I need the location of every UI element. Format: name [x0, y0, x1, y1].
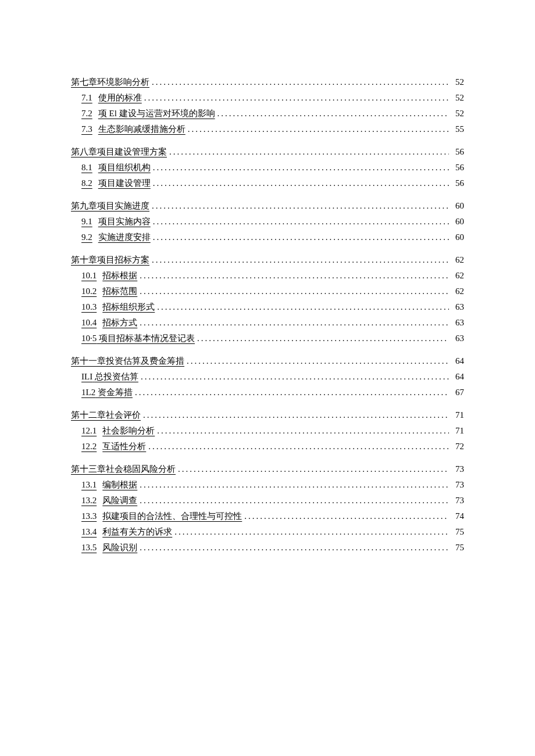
- toc-sub-title[interactable]: 风险调查: [102, 496, 137, 505]
- toc-chapter-label[interactable]: 第九章项目实施进度: [71, 202, 149, 210]
- toc-sub-title[interactable]: 利益有关方的诉求: [102, 528, 172, 536]
- toc-sub-row: 9.2实施进度安排60: [71, 233, 464, 242]
- toc-sub-title[interactable]: 招标组织形式: [102, 303, 155, 311]
- toc-sub-number[interactable]: 13.1: [81, 481, 97, 489]
- toc-page-number: 64: [449, 357, 464, 366]
- toc-group: 第十三章社会稳固风险分析7313.1编制根据7313.2风险调查7313.3拟建…: [71, 465, 464, 552]
- toc-page-number: 52: [449, 94, 464, 102]
- toc-sub-number[interactable]: 10.2: [81, 287, 97, 296]
- toc-chapter-label[interactable]: 第十三章社会稳固风险分析: [71, 465, 176, 474]
- toc-sub-number[interactable]: 7.3: [81, 125, 92, 134]
- toc-sub-row: 7.1使用的标准52: [71, 94, 464, 102]
- toc-group: 第七章环境影响分析527.1使用的标准527.2项 El 建设与运营对环境的影响…: [71, 78, 464, 134]
- toc-sub-number[interactable]: 10.1: [81, 271, 97, 280]
- toc-sub-number[interactable]: 13.4: [81, 528, 97, 536]
- toc-chapter-row: 第九章项目实施进度60: [71, 202, 464, 210]
- toc-sub-title[interactable]: 互适性分析: [102, 442, 146, 451]
- toc-sub-number[interactable]: 13.3: [81, 512, 97, 521]
- toc-sub-title[interactable]: 拟建项目的合法性、合理性与可控性: [102, 512, 242, 521]
- toc-page-number: 67: [449, 388, 464, 397]
- toc-chapter-row: 第七章环境影响分析52: [71, 78, 464, 87]
- toc-sub-label[interactable]: ILI 总投资估算: [81, 372, 138, 381]
- toc-leader-dots: [242, 512, 449, 521]
- toc-chapter-label[interactable]: 第十章项目招标方案: [71, 256, 149, 264]
- toc-sub-row: 10.4招标方式63: [71, 318, 464, 327]
- toc-sub-title[interactable]: 项目建设管理: [98, 179, 151, 188]
- toc-sub-number[interactable]: 10.4: [81, 318, 97, 327]
- toc-sub-title[interactable]: 项目组织机构: [98, 163, 151, 172]
- toc-sub-number[interactable]: 7.2: [81, 109, 92, 118]
- toc-chapter-row: 第十三章社会稳固风险分析73: [71, 465, 464, 474]
- toc-sub-title[interactable]: 招标方式: [102, 318, 137, 327]
- toc-chapter-row: 第八章项目建设管理方案56: [71, 148, 464, 156]
- toc-leader-dots: [151, 179, 449, 188]
- toc-page-number: 73: [449, 465, 464, 474]
- toc-sub-number[interactable]: 9.2: [81, 233, 92, 242]
- toc-page-number: 71: [449, 427, 464, 435]
- toc-sub-title[interactable]: 使用的标准: [98, 94, 142, 102]
- toc-sub-title[interactable]: 实施进度安排: [98, 233, 151, 242]
- toc-leader-dots: [151, 233, 449, 242]
- toc-leader-dots: [141, 411, 449, 420]
- toc-leader-dots: [184, 357, 449, 366]
- toc-chapter-label[interactable]: 第十一章投资估算及费金筹措: [71, 357, 184, 366]
- toc-sub-title[interactable]: 编制根据: [102, 481, 137, 489]
- toc-page-number: 55: [449, 125, 464, 134]
- toc-leader-dots: [167, 148, 449, 156]
- toc-page-number: 63: [449, 334, 464, 343]
- toc-sub-label[interactable]: 1L2 资金筹措: [81, 388, 133, 397]
- toc-leader-dots: [155, 427, 449, 435]
- toc-chapter-label[interactable]: 第十二章社会评价: [71, 411, 141, 420]
- toc-sub-number[interactable]: 13.2: [81, 496, 97, 505]
- toc-sub-title[interactable]: 项目实施内容: [98, 217, 151, 226]
- toc-page-number: 71: [449, 411, 464, 420]
- toc-leader-dots: [138, 372, 449, 381]
- toc-sub-label[interactable]: 10·5 项目招标基本情况登记表: [81, 334, 195, 343]
- toc-page: 第七章环境影响分析527.1使用的标准527.2项 El 建设与运营对环境的影响…: [0, 0, 535, 600]
- toc-group: 第九章项目实施进度609.1项目实施内容609.2实施进度安排60: [71, 202, 464, 242]
- toc-leader-dots: [142, 94, 449, 102]
- toc-chapter-label[interactable]: 第七章环境影响分析: [71, 78, 149, 87]
- toc-sub-row: 8.1项目组织机构56: [71, 163, 464, 172]
- toc-sub-number[interactable]: 12.1: [81, 427, 97, 435]
- toc-sub-number[interactable]: 12.2: [81, 442, 97, 451]
- toc-sub-number[interactable]: 8.1: [81, 163, 92, 172]
- toc-sub-number[interactable]: 8.2: [81, 179, 92, 188]
- toc-leader-dots: [149, 202, 449, 210]
- toc-page-number: 62: [449, 287, 464, 296]
- toc-page-number: 63: [449, 303, 464, 311]
- toc-page-number: 75: [449, 543, 464, 552]
- toc-page-number: 56: [449, 148, 464, 156]
- toc-page-number: 74: [449, 512, 464, 521]
- toc-sub-title[interactable]: 生态影响减缓措施分析: [98, 125, 186, 134]
- toc-sub-row: 13.1编制根据73: [71, 481, 464, 489]
- toc-chapter-row: 第十二章社会评价71: [71, 411, 464, 420]
- toc-page-number: 63: [449, 318, 464, 327]
- toc-sub-number[interactable]: 7.1: [81, 94, 92, 102]
- toc-sub-title[interactable]: 招标范围: [102, 287, 137, 296]
- toc-leader-dots: [146, 442, 449, 451]
- toc-chapter-row: 第十章项目招标方案62: [71, 256, 464, 264]
- toc-chapter-label[interactable]: 第八章项目建设管理方案: [71, 148, 167, 156]
- toc-sub-title[interactable]: 项 El 建设与运营对环境的影响: [98, 109, 215, 118]
- toc-leader-dots: [137, 496, 449, 505]
- toc-leader-dots: [155, 303, 449, 311]
- toc-page-number: 64: [449, 372, 464, 381]
- toc-page-number: 56: [449, 163, 464, 172]
- toc-group: 第八章项目建设管理方案568.1项目组织机构568.2项目建设管理56: [71, 148, 464, 188]
- toc-sub-row: 12.2互适性分析72: [71, 442, 464, 451]
- toc-sub-number[interactable]: 10.3: [81, 303, 97, 311]
- toc-sub-row: 10·5 项目招标基本情况登记表63: [71, 334, 464, 343]
- toc-page-number: 60: [449, 217, 464, 226]
- toc-sub-number[interactable]: 13.5: [81, 543, 97, 552]
- toc-group: 第十二章社会评价7112.1社会影响分析7112.2互适性分析72: [71, 411, 464, 451]
- toc-sub-number[interactable]: 9.1: [81, 217, 92, 226]
- toc-sub-title[interactable]: 风险识别: [102, 543, 137, 552]
- toc-sub-title[interactable]: 社会影响分析: [102, 427, 155, 435]
- toc-sub-title[interactable]: 招标根据: [102, 271, 137, 280]
- toc-page-number: 73: [449, 496, 464, 505]
- toc-page-number: 60: [449, 233, 464, 242]
- toc-sub-row: 13.4利益有关方的诉求75: [71, 528, 464, 536]
- toc-leader-dots: [137, 287, 449, 296]
- toc-leader-dots: [149, 78, 449, 87]
